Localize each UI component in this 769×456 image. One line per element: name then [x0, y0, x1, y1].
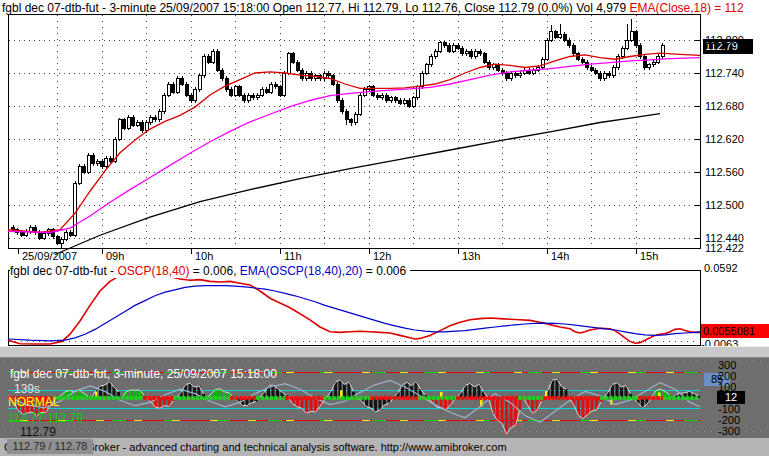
time-axis-label: 10h — [195, 250, 213, 262]
price-axis-min-label: 112.422 — [705, 242, 744, 254]
ribbon-title: fgbl dec 07-dtb-fut, 3-minute, 25/09/200… — [10, 367, 277, 381]
quote-overlay-box: 112.79 / 112.78 — [7, 439, 93, 454]
price-axis-label: 112.560 — [705, 166, 744, 178]
time-axis-label: 14h — [551, 250, 569, 262]
status-bar: Created with AmiBroker - advanced charti… — [0, 438, 769, 456]
oscp-panel-title: fgbl dec 07-dtb-fut - OSCP(18,40) = 0.00… — [10, 264, 410, 278]
time-axis-label: 13h — [462, 250, 480, 262]
price-axis-label: 112.680 — [705, 100, 744, 112]
oscp-title-eq2: = 0.006 — [363, 264, 407, 278]
price-axis-label: 112.620 — [705, 133, 744, 145]
time-axis-label: 25/09/2007 — [22, 250, 77, 262]
oscp-title-eq1: = 0.006, — [189, 264, 239, 278]
price-axis-label: 112.500 — [705, 199, 744, 211]
oscp-value-badge: 0.0055081 — [701, 324, 769, 338]
price-chart-canvas[interactable] — [0, 0, 769, 263]
oscp-title-ema: EMA(OSCP(18,40),20) — [240, 264, 363, 278]
price-axis-label: 112.800 — [705, 34, 744, 46]
oscp-title-oscp: OSCP(18,40) — [117, 264, 189, 278]
ribbon-axis-label: 100 — [718, 381, 736, 393]
ribbon-axis-label: -300 — [718, 425, 740, 437]
time-axis-label: 09h — [106, 250, 124, 262]
oscp-axis-max-label: 0.0592 — [704, 262, 738, 274]
time-axis-label: 12h — [373, 250, 391, 262]
time-axis-label: 15h — [640, 250, 658, 262]
time-axis-label: 11h — [284, 250, 302, 262]
bar-countdown: 139s — [14, 382, 40, 396]
quote-overlay-text: 112.79 / 112.78 — [13, 440, 88, 452]
amibroker-window: fgbl dec 07-dtb-fut - 3-minute 25/09/200… — [0, 0, 769, 456]
oscp-title-symbol: fgbl dec 07-dtb-fut - — [10, 264, 117, 278]
bid-ask-values: 112.77 112.79 — [8, 411, 83, 425]
last-trade-value: 112.79 — [20, 425, 56, 439]
price-axis-label: 112.740 — [705, 67, 744, 79]
status-label: NORMAL — [8, 395, 59, 409]
